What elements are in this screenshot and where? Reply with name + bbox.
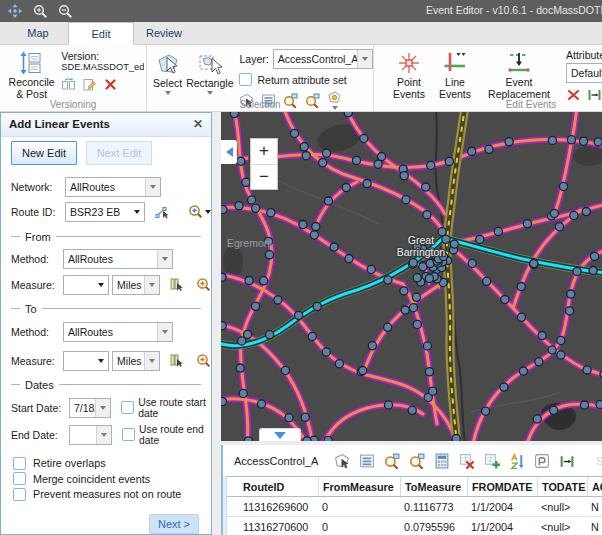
column-header-todate[interactable]: TODATE — [537, 477, 587, 496]
use-route-start-date-label: Use route start date — [138, 397, 211, 419]
network-combobox[interactable]: AllRoutes — [65, 177, 161, 197]
event-replacement-label: Event Replacement — [480, 76, 558, 100]
zoom-out-icon[interactable] — [57, 3, 73, 19]
from-method-combobox[interactable]: AllRoutes — [63, 249, 173, 269]
layer-combobox[interactable]: AccessControl_A — [273, 49, 373, 69]
map-canvas[interactable]: Egremont Great Barrington — [221, 112, 602, 441]
cell-tomeasure: 0.1116773 — [400, 501, 467, 513]
from-measure-combobox[interactable] — [63, 275, 109, 295]
column-header-tomeasure[interactable]: ToMeasure — [400, 477, 467, 496]
event-replacement-button[interactable]: Event Replacement — [478, 48, 560, 102]
to-measure-combobox[interactable] — [63, 351, 109, 371]
table-row[interactable]: 11316270600 0 0.0795596 1/1/2004 <null> … — [223, 517, 602, 535]
from-pick-measure-icon[interactable] — [169, 277, 184, 292]
line-events-label: Line Events — [434, 76, 476, 100]
to-section-legend: To — [1, 303, 211, 315]
cell-ac: N — [587, 521, 602, 533]
rectangle-tool-label: Rectangle — [186, 77, 233, 89]
line-events-button[interactable]: Line Events — [432, 48, 478, 102]
to-unit-arrow-icon[interactable] — [144, 352, 159, 370]
title-bar: Event Editor - v10.6.1 - docMassDOTN — [0, 0, 602, 22]
start-date-combobox[interactable]: 7/18/ — [69, 398, 111, 418]
table-pan-to-selected-icon[interactable] — [409, 453, 425, 469]
tab-edit[interactable]: Edit — [68, 22, 134, 45]
to-measure-arrow-icon[interactable] — [93, 352, 108, 370]
table-sort-icon[interactable] — [509, 453, 525, 469]
merge-coincident-events-checkbox[interactable] — [13, 472, 26, 485]
network-label: Network: — [11, 181, 61, 193]
column-header-routeid[interactable]: RouteID — [239, 477, 318, 496]
new-version-icon[interactable] — [82, 77, 97, 92]
to-pick-measure-icon[interactable] — [169, 353, 184, 368]
zoom-in-icon[interactable] — [32, 3, 48, 19]
collapse-panel-button[interactable] — [221, 140, 237, 164]
next-button[interactable]: Next > — [149, 514, 199, 534]
from-measure-arrow-icon[interactable] — [93, 276, 108, 294]
cell-fromdate: 1/1/2004 — [467, 521, 537, 533]
save-button[interactable]: Save — [596, 455, 602, 467]
start-date-arrow-icon[interactable] — [95, 399, 110, 417]
table-zoom-to-selected-icon[interactable] — [384, 453, 400, 469]
new-edit-button[interactable]: New Edit — [11, 141, 77, 165]
rectangle-dropdown-arrow-icon[interactable] — [207, 91, 213, 95]
zoom-to-route-button[interactable] — [188, 204, 211, 219]
group-selection: Select Rectangle Layer: AccessControl_A … — [146, 45, 373, 111]
use-route-start-date-checkbox[interactable] — [121, 401, 134, 414]
to-method-combobox[interactable]: AllRoutes — [63, 322, 173, 342]
tab-map[interactable]: Map — [8, 22, 68, 44]
map-viewport[interactable]: Egremont Great Barrington + − — [221, 112, 602, 441]
compare-versions-icon[interactable] — [61, 77, 76, 92]
close-icon[interactable]: ✕ — [193, 118, 203, 130]
zoom-to-route-icon — [188, 204, 203, 219]
prevent-measures-checkbox[interactable] — [13, 488, 26, 501]
select-dropdown-arrow-icon[interactable] — [165, 91, 171, 95]
table-measure-gap-icon[interactable] — [559, 453, 575, 469]
from-method-arrow-icon[interactable] — [157, 250, 172, 268]
map-zoom-out-button[interactable]: − — [251, 165, 277, 190]
retire-overlaps-checkbox[interactable] — [13, 457, 26, 470]
return-attribute-set-checkbox[interactable] — [239, 73, 252, 86]
from-unit-combobox[interactable]: Miles — [112, 275, 160, 295]
column-header-frommeasure[interactable]: FromMeasure — [318, 477, 400, 496]
attribute-set-combobox[interactable]: Default — [566, 63, 602, 83]
add-linear-events-panel: Add Linear Events ✕ New Edit Next Edit N… — [0, 112, 212, 535]
table-select-polygon-icon[interactable] — [334, 453, 350, 469]
table-layer-name[interactable]: AccessControl_A — [234, 455, 314, 467]
point-events-button[interactable]: Point Events — [386, 48, 432, 102]
use-route-end-date-checkbox[interactable] — [122, 428, 135, 441]
table-add-rows-icon[interactable] — [484, 453, 500, 469]
group-versioning: Reconcile & Post Version: SDE.MASSDOT_ed… — [0, 45, 146, 111]
select-tool-button[interactable]: Select — [151, 49, 184, 97]
zoom-options-arrow-icon[interactable] — [205, 210, 211, 214]
end-date-combobox[interactable] — [69, 425, 112, 445]
network-arrow-icon[interactable] — [145, 178, 160, 196]
collapse-table-button[interactable] — [259, 428, 301, 441]
reconcile-post-button[interactable]: Reconcile & Post — [4, 48, 59, 102]
select-route-on-map-icon[interactable] — [155, 204, 170, 219]
rectangle-tool-button[interactable]: Rectangle — [184, 49, 235, 97]
cell-ac: N — [587, 501, 602, 513]
to-method-arrow-icon[interactable] — [157, 323, 172, 341]
table-row[interactable]: 11316269600 0 0.1116773 1/1/2004 <null> … — [223, 497, 602, 517]
table-attachments-icon[interactable] — [534, 453, 550, 469]
to-unit-combobox[interactable]: Miles — [112, 351, 160, 371]
column-header-ac[interactable]: AC — [587, 477, 602, 496]
collapse-left-arrow-icon — [226, 147, 233, 157]
delete-version-icon[interactable] — [103, 77, 118, 92]
table-clear-selection-icon[interactable] — [459, 453, 475, 469]
route-id-combobox[interactable]: BSR23 EB — [65, 202, 145, 222]
table-calculate-icon[interactable] — [434, 453, 450, 469]
next-edit-button[interactable]: Next Edit — [86, 141, 152, 165]
layer-combobox-arrow-icon[interactable] — [357, 50, 372, 68]
to-zoom-measure-icon[interactable] — [196, 353, 211, 368]
table-list-icon[interactable] — [359, 453, 375, 469]
column-header-fromdate[interactable]: FROMDATE — [467, 477, 537, 496]
from-zoom-measure-icon[interactable] — [196, 277, 211, 292]
tab-review[interactable]: Review — [134, 22, 194, 44]
from-unit-arrow-icon[interactable] — [144, 276, 159, 294]
route-id-arrow-icon[interactable] — [129, 203, 144, 221]
end-date-arrow-icon[interactable] — [96, 426, 111, 444]
panel-header: Add Linear Events ✕ — [1, 113, 211, 137]
pan-icon[interactable] — [7, 3, 23, 19]
map-zoom-in-button[interactable]: + — [251, 139, 277, 165]
